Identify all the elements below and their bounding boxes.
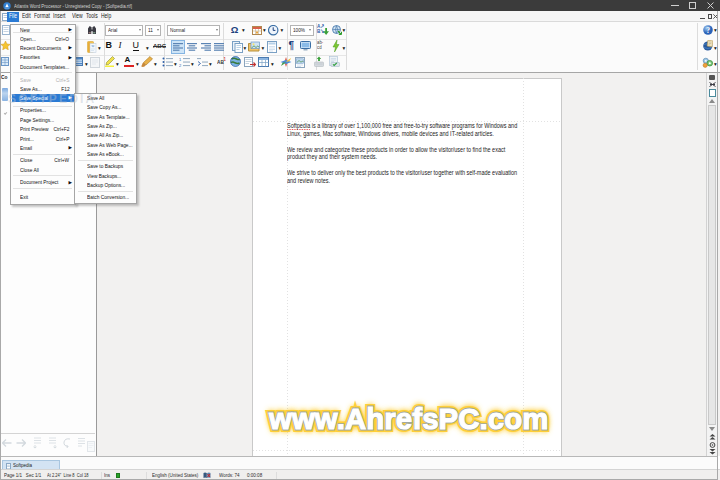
- svg-text:2: 2: [179, 62, 182, 67]
- svg-text:1: 1: [179, 57, 182, 62]
- svg-text:?: ?: [706, 25, 710, 34]
